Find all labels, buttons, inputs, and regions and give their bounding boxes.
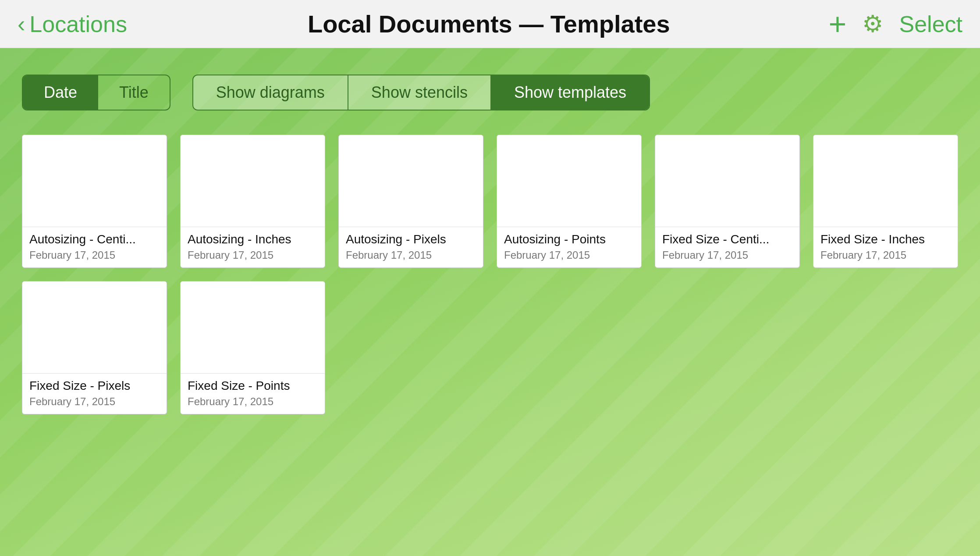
sort-date-button[interactable]: Date <box>23 75 98 110</box>
card-thumbnail <box>655 135 799 227</box>
card-info: Autosizing - Centi... February 17, 2015 <box>22 227 167 267</box>
back-chevron-icon[interactable]: ‹ <box>18 13 25 36</box>
filter-templates-button[interactable]: Show templates <box>491 75 649 110</box>
card-title: Autosizing - Inches <box>188 232 318 246</box>
card-info: Fixed Size - Pixels February 17, 2015 <box>22 374 167 414</box>
card-thumbnail <box>813 135 958 227</box>
locations-button[interactable]: Locations <box>29 11 127 37</box>
card-info: Autosizing - Points February 17, 2015 <box>497 227 641 267</box>
card-date: February 17, 2015 <box>820 249 951 261</box>
card-info: Autosizing - Inches February 17, 2015 <box>181 227 325 267</box>
card-thumbnail <box>181 282 325 374</box>
template-card[interactable]: Fixed Size - Pixels February 17, 2015 <box>22 281 167 414</box>
card-thumbnail <box>339 135 483 227</box>
template-card[interactable]: Fixed Size - Centi... February 17, 2015 <box>655 135 800 268</box>
filter-diagrams-button[interactable]: Show diagrams <box>193 75 348 110</box>
template-card[interactable]: Fixed Size - Inches February 17, 2015 <box>813 135 958 268</box>
header-left: ‹ Locations <box>18 11 149 37</box>
page-title: Local Documents — Templates <box>149 10 829 38</box>
card-date: February 17, 2015 <box>662 249 792 261</box>
sort-title-button[interactable]: Title <box>98 75 170 110</box>
card-date: February 17, 2015 <box>29 396 160 408</box>
main-content: Date Title Show diagrams Show stencils S… <box>0 48 980 556</box>
card-date: February 17, 2015 <box>188 396 318 408</box>
add-button[interactable]: + <box>829 9 847 39</box>
card-title: Fixed Size - Centi... <box>662 232 792 246</box>
header: ‹ Locations Local Documents — Templates … <box>0 0 980 48</box>
card-thumbnail <box>181 135 325 227</box>
card-title: Fixed Size - Pixels <box>29 379 160 393</box>
card-info: Autosizing - Pixels February 17, 2015 <box>339 227 483 267</box>
filter-group: Show diagrams Show stencils Show templat… <box>192 75 650 110</box>
card-thumbnail <box>22 282 167 374</box>
grid-row-2: Fixed Size - Pixels February 17, 2015 Fi… <box>22 281 958 414</box>
template-card[interactable]: Autosizing - Pixels February 17, 2015 <box>338 135 483 268</box>
card-date: February 17, 2015 <box>188 249 318 261</box>
grid-row-1: Autosizing - Centi... February 17, 2015 … <box>22 135 958 268</box>
sort-group: Date Title <box>22 75 170 110</box>
card-title: Fixed Size - Points <box>188 379 318 393</box>
card-date: February 17, 2015 <box>29 249 160 261</box>
toolbar: Date Title Show diagrams Show stencils S… <box>22 75 958 110</box>
filter-stencils-button[interactable]: Show stencils <box>348 75 491 110</box>
card-title: Fixed Size - Inches <box>820 232 951 246</box>
card-info: Fixed Size - Centi... February 17, 2015 <box>655 227 799 267</box>
card-info: Fixed Size - Inches February 17, 2015 <box>813 227 958 267</box>
gear-icon[interactable]: ⚙ <box>862 10 883 38</box>
header-right: + ⚙ Select <box>829 9 962 39</box>
card-date: February 17, 2015 <box>346 249 476 261</box>
card-thumbnail <box>497 135 641 227</box>
card-info: Fixed Size - Points February 17, 2015 <box>181 374 325 414</box>
card-title: Autosizing - Pixels <box>346 232 476 246</box>
select-button[interactable]: Select <box>899 11 962 37</box>
card-title: Autosizing - Points <box>504 232 634 246</box>
template-card[interactable]: Autosizing - Points February 17, 2015 <box>497 135 642 268</box>
card-thumbnail <box>22 135 167 227</box>
template-card[interactable]: Autosizing - Inches February 17, 2015 <box>180 135 325 268</box>
template-card[interactable]: Autosizing - Centi... February 17, 2015 <box>22 135 167 268</box>
card-title: Autosizing - Centi... <box>29 232 160 246</box>
card-date: February 17, 2015 <box>504 249 634 261</box>
template-card[interactable]: Fixed Size - Points February 17, 2015 <box>180 281 325 414</box>
